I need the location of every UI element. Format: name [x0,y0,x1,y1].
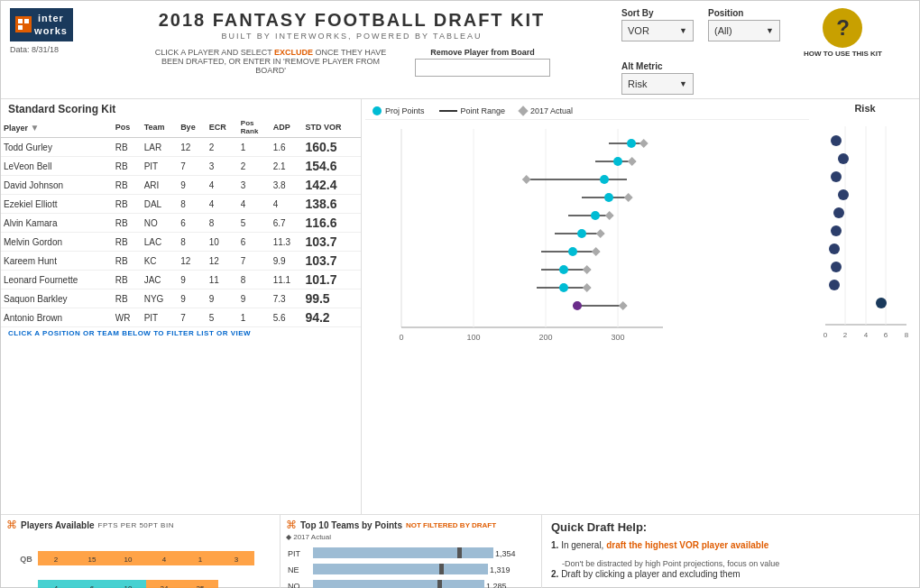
table-row[interactable]: Alvin Kamara RB NO 6 8 5 6.7 116.6 [1,214,361,233]
col-bye: Bye [178,117,207,138]
cell-adp: 11.1 [271,271,303,289]
cell-posrank: 3 [238,176,271,195]
remove-area: Remove Player from Board [415,48,550,77]
risk-panel: Risk 0 2 4 6 8 [811,99,919,514]
item-1-sub: -Don't be distracted by high Point proje… [551,559,910,568]
svg-text:1: 1 [198,556,203,564]
header: interworks Data: 8/31/18 2018 FANTASY FO… [1,1,919,99]
point-range-line [439,110,457,112]
svg-rect-38 [583,283,592,292]
col-team: Team [142,117,178,138]
click-note-exclude: EXCLUDE [274,48,313,57]
cell-adp: 11.3 [271,233,303,252]
svg-text:4: 4 [864,331,869,339]
cell-bye: 8 [178,233,207,252]
main-title: 2018 FANTASY FOOTBALL DRAFT KIT [82,10,621,31]
svg-point-58 [831,262,842,272]
table-row[interactable]: Melvin Gordon RB LAC 8 10 6 11.3 103.7 [1,233,361,252]
players-avail-title: Players Available [21,520,95,530]
position-label: Position [708,8,780,18]
cell-team: ARI [142,176,178,195]
remove-player-input[interactable] [415,59,550,77]
cell-team: DAL [142,195,178,214]
table-row[interactable]: Todd Gurley RB LAR 12 2 1 1.6 160.5 [1,138,361,157]
sort-by-label: Sort By [621,8,694,18]
filter-note: CLICK A POSITION OR TEAM BELOW TO FILTER… [1,327,361,339]
svg-point-59 [829,280,840,290]
svg-point-34 [559,265,568,274]
quick-draft-item-2: 2. Draft by clicking a player and exclud… [551,568,910,581]
cell-bye: 12 [178,252,207,271]
svg-point-55 [833,207,844,218]
charts-panel: Proj Points Point Range 2017 Actual [362,99,919,514]
svg-text:NE: NE [288,565,299,574]
cell-vor: 116.6 [302,214,361,233]
table-row[interactable]: David Johnson RB ARI 9 4 3 3.8 142.4 [1,176,361,195]
sort-by-dropdown[interactable]: VOR ▼ [621,20,694,41]
legend-proj-label: Proj Points [385,106,425,115]
risk-header: Risk [816,103,914,114]
svg-text:2: 2 [54,556,59,564]
svg-rect-117 [439,564,444,574]
how-to-kit[interactable]: ? HOW TO USE THIS KIT [804,8,882,58]
cell-vor: 154.6 [302,157,361,176]
svg-point-51 [831,135,842,146]
cell-adp: 9.9 [271,252,303,271]
cell-ecr: 11 [207,271,238,289]
cell-posrank: 1 [238,308,271,327]
svg-text:2: 2 [843,331,848,339]
cell-pos: RB [113,195,142,214]
cell-player: Melvin Gordon [1,233,113,252]
bottom-section: ⌘ Players Available FPTS PER 50PT BIN QB… [1,514,919,588]
cell-ecr: 3 [207,157,238,176]
svg-text:1,285: 1,285 [486,582,507,588]
cell-posrank: 6 [238,233,271,252]
alt-metric-dropdown[interactable]: Risk ▼ [621,73,694,95]
svg-rect-121 [437,580,442,588]
table-row[interactable]: Antonio Brown WR PIT 7 5 1 5.6 94.2 [1,308,361,327]
cell-player: Leonard Fournette [1,271,113,289]
svg-text:6: 6 [90,584,95,588]
svg-text:1,354: 1,354 [495,549,516,558]
proj-points-dot [373,106,382,115]
cell-vor: 99.5 [302,289,361,308]
quick-draft-item-1: 1. In general, draft the highest VOR pla… [551,539,910,552]
svg-point-53 [831,171,842,182]
cell-vor: 101.7 [302,271,361,289]
legend-range-label: Point Range [461,106,506,115]
cell-player: Ezekiel Elliott [1,195,113,214]
cell-player: Antonio Brown [1,308,113,327]
svg-point-52 [838,153,849,164]
table-row[interactable]: Leonard Fournette RB JAC 9 11 8 11.1 101… [1,271,361,289]
svg-point-57 [829,243,840,254]
cell-posrank: 9 [238,289,271,308]
teams-svg: PIT 1,354 NE 1,319 NO 1,285 GB 1,285 PHI [286,544,537,588]
position-dropdown[interactable]: (All) ▼ [708,20,780,41]
svg-text:PIT: PIT [288,549,301,558]
cell-posrank: 2 [238,157,271,176]
player-filter-icon[interactable]: ▼ [31,123,40,133]
svg-text:0: 0 [823,331,828,339]
item-1-num: 1. [551,540,558,550]
quick-draft-panel: Quick Draft Help: 1. In general, draft t… [542,515,919,588]
table-row[interactable]: Saquon Barkley RB NYG 9 9 9 7.3 99.5 [1,289,361,308]
table-row[interactable]: LeVeon Bell RB PIT 7 3 2 2.1 154.6 [1,157,361,176]
cell-adp: 2.1 [271,157,303,176]
cell-ecr: 9 [207,289,238,308]
alt-metric-group: Alt Metric Risk ▼ [621,61,694,95]
position-arrow: ▼ [766,26,774,35]
legend-point-range: Point Range [439,106,506,115]
svg-rect-14 [639,139,649,148]
cell-pos: RB [113,176,142,195]
svg-text:1,319: 1,319 [490,565,511,574]
cell-pos: RB [113,233,142,252]
table-row[interactable]: Kareem Hunt RB KC 12 12 7 9.9 103.7 [1,252,361,271]
how-to-label: HOW TO USE THIS KIT [804,50,882,58]
item-2-text: Draft by clicking a player and excluding… [561,569,740,579]
data-date: Data: 8/31/18 [10,45,82,54]
table-row[interactable]: Ezekiel Elliott RB DAL 8 4 4 4 138.6 [1,195,361,214]
left-panel: Standard Scoring Kit Player ▼ Pos Team B… [1,99,362,514]
cell-team: KC [142,252,178,271]
cell-posrank: 4 [238,195,271,214]
cell-team: LAC [142,233,178,252]
